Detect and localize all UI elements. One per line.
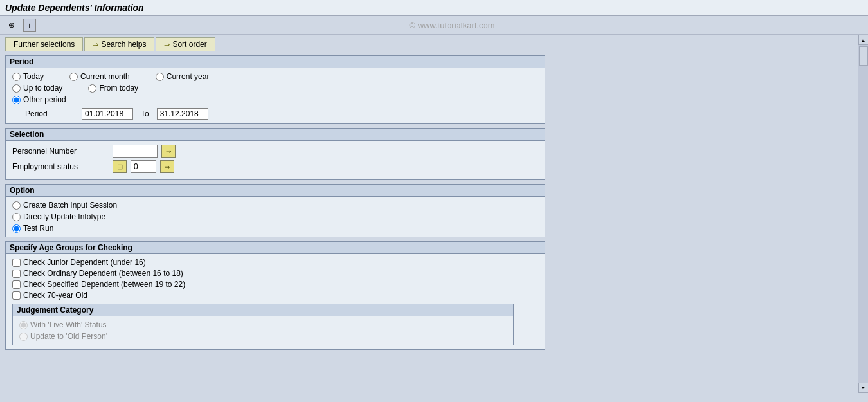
employment-status-row: Employment status ⊟ ⇒ [12, 160, 538, 173]
period-row-1: Today Current month Current year [12, 72, 538, 81]
judgement-sub-section-header: Judgement Category [13, 304, 513, 316]
judgement-live-with-label: With 'Live With' Status [30, 320, 107, 329]
further-selections-label: Further selections [14, 40, 75, 49]
judgement-old-person-label: Update to 'Old Person' [30, 332, 107, 341]
title-bar: Update Dependents' Information [0, 0, 868, 16]
personnel-number-select-icon: ⇒ [166, 148, 171, 155]
back-icon[interactable]: ⊕ [5, 19, 18, 32]
employment-status-picker-icon: ⊟ [117, 163, 123, 171]
period-row-3: Other period [12, 95, 538, 104]
check-junior-item: Check Junior Dependent (under 16) [12, 258, 538, 267]
check-70-label: Check 70-year Old [23, 291, 87, 300]
period-current-year-label: Current year [167, 72, 210, 81]
personnel-number-input[interactable] [113, 145, 158, 158]
period-current-year-radio[interactable] [156, 73, 164, 81]
period-from-input[interactable] [82, 108, 133, 120]
period-other-period-label: Other period [23, 95, 66, 104]
judgement-sub-section: Judgement Category With 'Live With' Stat… [12, 304, 514, 345]
option-section-body: Create Batch Input Session Directly Upda… [6, 197, 545, 237]
tab-sort-order[interactable]: ⇒ Sort order [156, 37, 215, 51]
content-area: Further selections ⇒ Search helps ⇒ Sort… [0, 35, 858, 393]
judgement-live-with-radio[interactable] [19, 321, 28, 329]
period-up-to-today-radio[interactable] [12, 84, 21, 93]
tab-further-selections[interactable]: Further selections [5, 37, 83, 51]
scroll-thumb[interactable] [859, 46, 868, 66]
info-icon[interactable]: i [23, 19, 36, 32]
option-batch-label: Create Batch Input Session [23, 201, 117, 210]
option-test-item: Test Run [12, 224, 538, 233]
period-to-label: To [138, 109, 152, 118]
employment-status-picker-btn[interactable]: ⊟ [113, 160, 127, 173]
judgement-live-with-item: With 'Live With' Status [19, 320, 507, 329]
option-direct-label: Directly Update Infotype [23, 212, 105, 221]
period-up-to-today-item: Up to today [12, 84, 62, 93]
selection-section-body: Personnel Number ⇒ Employment status ⊟ ⇒ [6, 141, 545, 179]
check-ordinary-item: Check Ordinary Dependent (between 16 to … [12, 269, 538, 278]
personnel-number-select-btn[interactable]: ⇒ [161, 145, 176, 158]
option-section: Option Create Batch Input Session Direct… [5, 184, 545, 237]
option-test-radio[interactable] [12, 224, 21, 233]
scrollbar-right: ▲ ▼ [858, 35, 868, 393]
personnel-number-row: Personnel Number ⇒ [12, 145, 538, 158]
sort-order-arrow-icon: ⇒ [164, 41, 170, 49]
period-section-body: Today Current month Current year [6, 68, 545, 123]
period-today-item: Today [12, 72, 44, 81]
check-ordinary-label: Check Ordinary Dependent (between 16 to … [23, 269, 183, 278]
period-today-radio[interactable] [12, 73, 21, 81]
selection-section: Selection Personnel Number ⇒ Employment … [5, 128, 545, 180]
period-current-month-radio[interactable] [69, 73, 78, 81]
check-specified-checkbox[interactable] [12, 280, 21, 289]
watermark: © www.tutorialkart.com [41, 21, 863, 30]
judgement-old-person-item: Update to 'Old Person' [19, 332, 507, 341]
period-date-row: Period To [12, 108, 538, 120]
period-to-input[interactable] [157, 108, 208, 120]
scroll-down-btn[interactable]: ▼ [858, 383, 869, 393]
employment-status-label: Employment status [12, 162, 109, 171]
employment-status-select-icon: ⇒ [165, 163, 170, 170]
check-junior-checkbox[interactable] [12, 259, 21, 267]
tab-search-helps[interactable]: ⇒ Search helps [84, 37, 154, 51]
period-row-2: Up to today From today [12, 84, 538, 93]
employment-status-input[interactable] [131, 160, 156, 173]
main-content: Further selections ⇒ Search helps ⇒ Sort… [0, 35, 868, 393]
employment-status-select-btn[interactable]: ⇒ [160, 160, 174, 173]
period-from-today-item: From today [88, 84, 138, 93]
period-radio-group: Today Current month Current year [12, 72, 538, 104]
scroll-track [858, 45, 869, 383]
option-direct-item: Directly Update Infotype [12, 212, 538, 221]
judgement-sub-section-body: With 'Live With' Status Update to 'Old P… [13, 316, 513, 345]
period-other-period-item: Other period [12, 95, 66, 104]
age-groups-section-body: Check Junior Dependent (under 16) Check … [6, 254, 545, 349]
toolbar: ⊕ i © www.tutorialkart.com [0, 16, 868, 35]
age-groups-section-header: Specify Age Groups for Checking [6, 242, 545, 254]
option-test-label: Test Run [23, 224, 53, 233]
option-direct-radio[interactable] [12, 213, 21, 221]
check-specified-item: Check Specified Dependent (between 19 to… [12, 280, 538, 289]
option-section-header: Option [6, 185, 545, 197]
period-other-period-radio[interactable] [12, 96, 21, 104]
age-groups-section: Specify Age Groups for Checking Check Ju… [5, 241, 545, 350]
option-batch-radio[interactable] [12, 201, 21, 210]
check-ordinary-checkbox[interactable] [12, 270, 21, 278]
check-70-item: Check 70-year Old [12, 291, 538, 300]
scroll-up-btn[interactable]: ▲ [858, 35, 869, 45]
period-current-year-item: Current year [156, 72, 210, 81]
period-section-header: Period [6, 56, 545, 68]
period-from-field-label: Period [25, 109, 77, 118]
check-specified-label: Check Specified Dependent (between 19 to… [23, 280, 185, 289]
check-70-checkbox[interactable] [12, 291, 21, 300]
period-current-month-item: Current month [69, 72, 130, 81]
period-from-today-radio[interactable] [88, 84, 96, 93]
option-batch-item: Create Batch Input Session [12, 201, 538, 210]
period-today-label: Today [23, 72, 44, 81]
judgement-old-person-radio[interactable] [19, 333, 28, 341]
page-title: Update Dependents' Information [5, 3, 144, 13]
period-from-today-label: From today [99, 84, 138, 93]
period-section: Period Today Current month [5, 55, 545, 124]
sort-order-label: Sort order [172, 40, 206, 49]
personnel-number-label: Personnel Number [12, 147, 109, 156]
search-helps-label: Search helps [101, 40, 146, 49]
tab-bar: Further selections ⇒ Search helps ⇒ Sort… [5, 37, 853, 51]
check-junior-label: Check Junior Dependent (under 16) [23, 258, 146, 267]
search-helps-arrow-icon: ⇒ [93, 41, 98, 49]
